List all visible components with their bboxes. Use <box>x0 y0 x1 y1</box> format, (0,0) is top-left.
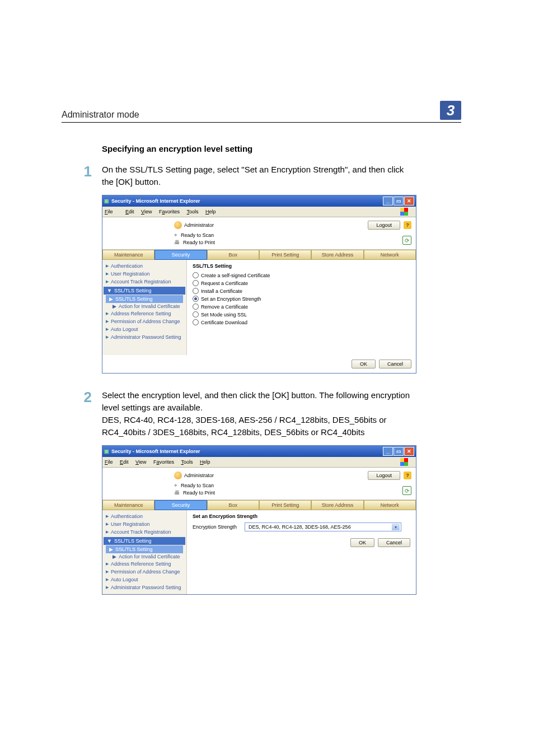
radio-create-cert[interactable] <box>193 272 199 278</box>
panel-title: SSL/TLS Setting <box>193 263 410 269</box>
menu-view[interactable]: View <box>141 209 152 214</box>
tab-print-setting[interactable]: Print Setting <box>259 500 311 510</box>
encryption-strength-label: Encryption Strength <box>193 524 237 530</box>
section-number-badge: 3 <box>440 101 461 120</box>
panel-title: Set an Encryption Strength <box>193 514 410 519</box>
running-head: Administrator mode <box>62 110 139 120</box>
close-button[interactable]: ✕ <box>404 447 414 456</box>
tab-network[interactable]: Network <box>364 500 416 510</box>
sidebar-item-account-track[interactable]: ▶Account Track Registration <box>102 278 186 286</box>
sidebar-item-auto-logout[interactable]: ▶Auto Logout <box>102 576 186 584</box>
radio-download-cert[interactable] <box>193 319 199 325</box>
window-title: Security - Microsoft Internet Explorer <box>111 449 200 454</box>
radio-request-cert[interactable] <box>193 280 199 286</box>
menu-favorites[interactable]: Favorites <box>153 459 174 465</box>
tab-store-address[interactable]: Store Address <box>311 500 363 510</box>
refresh-icon[interactable]: ⟳ <box>402 486 411 495</box>
ie-icon: ▣ <box>104 198 109 204</box>
section-subhead: Specifying an encryption level setting <box>102 144 461 153</box>
scanner-icon: ⌖ <box>174 482 177 489</box>
ok-button[interactable]: OK <box>352 360 376 368</box>
logout-button[interactable]: Logout <box>368 221 400 230</box>
sidebar-item-permission[interactable]: ▶Permission of Address Change <box>102 568 186 576</box>
tab-print-setting[interactable]: Print Setting <box>259 250 311 260</box>
tab-security[interactable]: Security <box>154 250 207 260</box>
sidebar-item-auto-logout[interactable]: ▶Auto Logout <box>102 325 186 333</box>
radio-set-mode[interactable] <box>193 311 199 318</box>
sidebar-item-authentication[interactable]: ▶Authentication <box>102 262 186 270</box>
restore-button[interactable]: ▭ <box>394 197 404 206</box>
logout-button[interactable]: Logout <box>368 471 400 480</box>
menu-tools[interactable]: Tools <box>187 209 199 214</box>
window-title: Security - Microsoft Internet Explorer <box>111 198 200 204</box>
sidebar-cat-ssl[interactable]: ▼SSL/TLS Setting <box>104 287 185 295</box>
help-icon[interactable]: ? <box>404 472 411 479</box>
sidebar-sub-ssl[interactable]: ▶SSL/TLS Setting <box>106 295 183 303</box>
menu-edit[interactable]: Edit <box>125 209 134 214</box>
tab-store-address[interactable]: Store Address <box>311 250 363 260</box>
help-icon[interactable]: ? <box>404 221 411 229</box>
menu-favorites[interactable]: Favorites <box>159 209 180 214</box>
option-install: Install a Certificate <box>201 288 242 294</box>
tab-maintenance[interactable]: Maintenance <box>102 250 154 260</box>
minimize-button[interactable]: _ <box>383 447 393 456</box>
status-scan: Ready to Scan <box>181 483 214 488</box>
minimize-button[interactable]: _ <box>383 197 393 206</box>
sidebar-item-address-ref[interactable]: ▶Address Reference Setting <box>102 310 186 318</box>
sidebar-item-action-invalid[interactable]: ▶Action for Invalid Certificate <box>109 303 186 310</box>
radio-set-encryption[interactable] <box>193 296 199 302</box>
tab-box[interactable]: Box <box>207 500 259 510</box>
printer-icon: 🖶 <box>174 239 180 245</box>
encryption-strength-select[interactable]: DES, RC4-40, RC4-128, 3DES-168, AES-256 … <box>245 522 401 531</box>
sidebar-item-account-track[interactable]: ▶Account Track Registration <box>102 528 186 536</box>
radio-remove-cert[interactable] <box>193 304 199 310</box>
menu-file[interactable]: File <box>105 459 113 465</box>
menu-tools[interactable]: Tools <box>181 459 193 465</box>
step-number-2: 2 <box>62 389 92 438</box>
ok-button[interactable]: OK <box>350 538 374 547</box>
sidebar-item-address-ref[interactable]: ▶Address Reference Setting <box>102 560 186 568</box>
option-download: Certificate Download <box>201 320 247 325</box>
sidebar-item-admin-password[interactable]: ▶Administrator Password Setting <box>102 333 186 341</box>
sidebar-sub-ssl[interactable]: ▶SSL/TLS Setting <box>106 545 183 553</box>
tab-maintenance[interactable]: Maintenance <box>102 500 154 510</box>
screenshot-browser-1: ▣Security - Microsoft Internet Explorer … <box>102 195 416 374</box>
sidebar-item-authentication[interactable]: ▶Authentication <box>102 512 186 520</box>
sidebar: ▶Authentication ▶User Registration ▶Acco… <box>102 260 187 355</box>
menu-edit[interactable]: Edit <box>120 459 129 465</box>
main-panel: SSL/TLS Setting Create a self-signed Cer… <box>187 260 416 355</box>
close-button[interactable]: ✕ <box>404 197 414 206</box>
cancel-button[interactable]: Cancel <box>378 538 410 547</box>
sidebar-item-action-invalid[interactable]: ▶Action for Invalid Certificate <box>109 553 186 560</box>
sidebar-item-permission[interactable]: ▶Permission of Address Change <box>102 318 186 325</box>
restore-button[interactable]: ▭ <box>394 447 404 456</box>
cancel-button[interactable]: Cancel <box>379 360 411 368</box>
printer-icon: 🖶 <box>174 489 180 496</box>
admin-icon <box>174 472 182 479</box>
admin-label: Administrator <box>184 473 214 478</box>
screenshot-browser-2: ▣Security - Microsoft Internet Explorer … <box>102 445 416 595</box>
sidebar-cat-ssl[interactable]: ▼SSL/TLS Setting <box>104 537 185 545</box>
admin-icon <box>174 221 182 229</box>
tab-network[interactable]: Network <box>364 250 416 260</box>
menu-view[interactable]: View <box>135 459 146 465</box>
menubar: File Edit View Favorites Tools Help <box>102 207 416 217</box>
option-request: Request a Certificate <box>201 281 248 286</box>
sidebar: ▶Authentication ▶User Registration ▶Acco… <box>102 510 187 594</box>
menubar: File Edit View Favorites Tools Help <box>102 457 416 468</box>
menu-file[interactable]: File <box>105 209 119 214</box>
tab-security[interactable]: Security <box>154 500 207 510</box>
ie-flag-icon <box>400 458 408 466</box>
sidebar-item-user-registration[interactable]: ▶User Registration <box>102 270 186 278</box>
menu-help[interactable]: Help <box>200 459 210 465</box>
ie-icon: ▣ <box>104 449 109 454</box>
refresh-icon[interactable]: ⟳ <box>402 236 411 245</box>
tab-box[interactable]: Box <box>207 250 259 260</box>
sidebar-item-user-registration[interactable]: ▶User Registration <box>102 520 186 528</box>
status-print: Ready to Print <box>183 490 215 496</box>
tabs-row: Maintenance Security Box Print Setting S… <box>102 249 416 260</box>
sidebar-item-admin-password[interactable]: ▶Administrator Password Setting <box>102 584 186 591</box>
radio-install-cert[interactable] <box>193 288 199 294</box>
tabs-row: Maintenance Security Box Print Setting S… <box>102 500 416 510</box>
menu-help[interactable]: Help <box>205 209 216 214</box>
